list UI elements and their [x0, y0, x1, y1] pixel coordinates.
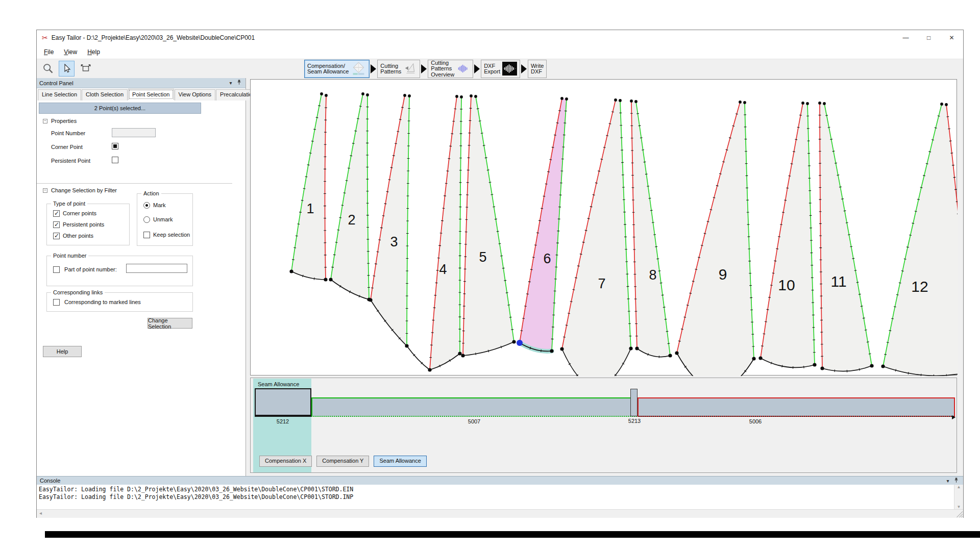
console-hscrollbar[interactable]: ◂ [37, 509, 963, 518]
part-of-point-number-field[interactable] [126, 264, 187, 273]
seam-tab-compensation-y[interactable]: Compensation Y [316, 456, 369, 467]
dxf-export-button[interactable]: DXFExport [481, 60, 520, 78]
console-pin-icon[interactable] [952, 478, 960, 484]
pattern-piece-7[interactable]: 7 [560, 98, 632, 376]
corner-points-checkbox[interactable] [53, 210, 60, 217]
seam-bar-label-5007: 5007 [468, 418, 480, 424]
control-panel-header[interactable]: Control Panel ▾ [37, 78, 246, 88]
piece-number-label: 6 [543, 251, 551, 266]
console-line: EasyTailor: Loading file D:\2_Projekte\E… [39, 486, 952, 493]
pattern-piece-4[interactable]: 4 [428, 95, 463, 372]
pattern-canvas[interactable]: 123456789101112 [250, 79, 957, 375]
mark-radio[interactable] [143, 202, 150, 209]
collapse-icon[interactable]: − [43, 119, 47, 123]
tool-buttons [40, 61, 93, 77]
pattern-piece-9[interactable]: 9 [675, 101, 755, 376]
cursor-icon [62, 64, 71, 74]
pattern-piece-11[interactable]: 11 [818, 102, 874, 372]
tab-point-selection[interactable]: Point Selection [128, 89, 174, 100]
type-of-point-group: Type of point Corner pointsPersistent po… [46, 204, 130, 245]
overview-icon [456, 62, 470, 76]
point-number-filter-group: Point number Part of point number: [46, 256, 193, 286]
help-button[interactable]: Help [43, 346, 82, 357]
piece-number-label: 10 [778, 277, 795, 293]
pattern-pieces-svg: 123456789101112 [251, 80, 958, 376]
other-points-checkbox[interactable] [53, 233, 60, 239]
corner-point-checkbox[interactable] [112, 143, 118, 149]
seam-tab-compensation-x[interactable]: Compensation X [259, 456, 312, 467]
part-of-point-number-checkbox[interactable] [53, 266, 60, 273]
pattern-piece-6[interactable]: 6 [517, 97, 568, 353]
pattern-piece-8[interactable]: 8 [630, 99, 672, 358]
tab-line-selection[interactable]: Line Selection [38, 89, 81, 101]
console-output[interactable]: EasyTailor: Loading file D:\2_Projekte\E… [37, 485, 954, 509]
panel-dropdown-icon[interactable]: ▾ [227, 80, 235, 86]
window-title: Easy Tailor - D:\2_Projekte\Easy\2020\03… [52, 34, 255, 41]
tab-cloth-selection[interactable]: Cloth Selection [82, 89, 128, 101]
title-bar[interactable]: ✂ Easy Tailor - D:\2_Projekte\Easy\2020\… [37, 30, 963, 45]
pattern-piece-3[interactable]: 3 [369, 94, 411, 348]
filter-section-header[interactable]: − Change Selection by Filter [43, 187, 117, 193]
corner-points-label: Corner points [63, 210, 96, 216]
pattern-piece-2[interactable]: 2 [329, 92, 371, 301]
keep-selection-checkbox[interactable] [143, 232, 150, 238]
menu-help[interactable]: Help [82, 46, 105, 58]
workflow-arrow-icon [421, 64, 427, 73]
cutting-patterns-button[interactable]: CuttingPatterns [377, 60, 420, 78]
sail-icon [351, 61, 366, 77]
pattern-piece-12[interactable]: 12 [881, 103, 958, 376]
scroll-up-icon[interactable]: ▲ [957, 485, 961, 489]
piece-number-label: 12 [911, 278, 928, 295]
seam-mode-tabs: Compensation XCompensation YSeam Allowan… [259, 456, 427, 467]
collapse-icon[interactable]: − [43, 188, 47, 193]
console-vscrollbar[interactable]: ▲ ▼ [954, 485, 963, 509]
seam-bar-5006[interactable] [638, 397, 955, 417]
pattern-piece-10[interactable]: 10 [758, 102, 816, 369]
corner-point-label: Corner Point [51, 144, 83, 150]
tab-view-options[interactable]: View Options [175, 89, 216, 101]
piece-number-label: 11 [830, 273, 846, 290]
piece-number-label: 9 [719, 266, 727, 283]
panel-pin-icon[interactable] [235, 80, 243, 86]
workflow-arrow-icon [521, 64, 527, 73]
close-button[interactable]: ✕ [940, 30, 963, 45]
zoom-extents-tool-button[interactable] [78, 61, 93, 77]
write-dxf-button[interactable]: WriteDXF [528, 60, 547, 78]
seam-bar-5212[interactable] [255, 388, 311, 417]
bottom-black-bar [45, 531, 980, 538]
control-panel-tabs: Line SelectionCloth SelectionPoint Selec… [38, 89, 260, 101]
dxf-icon [502, 62, 517, 77]
zoom-tool-button[interactable] [40, 61, 56, 77]
minimize-button[interactable]: — [894, 30, 917, 45]
change-selection-button[interactable]: Change Selection [148, 318, 192, 329]
cutting-patterns-overview-button[interactable]: CuttingPatternsOverview [428, 60, 473, 78]
console-dropdown-icon[interactable]: ▾ [944, 478, 952, 484]
piece-number-label: 2 [348, 212, 355, 228]
menu-file[interactable]: File [39, 46, 59, 58]
persistent-points-checkbox[interactable] [53, 221, 60, 228]
boundary-edge [407, 346, 430, 370]
point-number-field[interactable] [112, 128, 156, 137]
seam-bar-5213[interactable] [630, 389, 638, 416]
dxf-export-label: DXFExport [484, 63, 500, 75]
unmark-radio[interactable] [143, 216, 150, 223]
screenshot-root: ✂ Easy Tailor - D:\2_Projekte\Easy\2020\… [0, 0, 980, 551]
compensation-seam-allowance-button[interactable]: Compensation/Seam Allowance [304, 60, 370, 78]
persistent-point-checkbox[interactable] [112, 157, 118, 163]
seam-bar-5007[interactable] [311, 397, 643, 417]
resize-grip[interactable] [955, 510, 963, 517]
pattern-piece-1[interactable]: 1 [289, 92, 328, 281]
maximize-button[interactable]: □ [917, 30, 940, 45]
corresponding-to-marked-lines-checkbox[interactable] [53, 299, 60, 306]
scroll-left-icon[interactable]: ◂ [39, 510, 42, 516]
select-tool-button[interactable] [59, 61, 75, 77]
action-group: Action MarkUnmarkKeep selection [137, 193, 193, 246]
menu-view[interactable]: View [59, 46, 82, 58]
seam-tab-seam-allowance[interactable]: Seam Allowance [374, 456, 426, 467]
cutting-patterns-label: CuttingPatterns [380, 63, 401, 75]
console-header[interactable]: Console ▾ [37, 476, 963, 485]
properties-section-header[interactable]: − Properties [43, 118, 77, 124]
pattern-piece-5[interactable]: 5 [461, 94, 516, 358]
scroll-down-icon[interactable]: ▼ [957, 505, 961, 509]
other-points-label: Other points [63, 233, 93, 239]
